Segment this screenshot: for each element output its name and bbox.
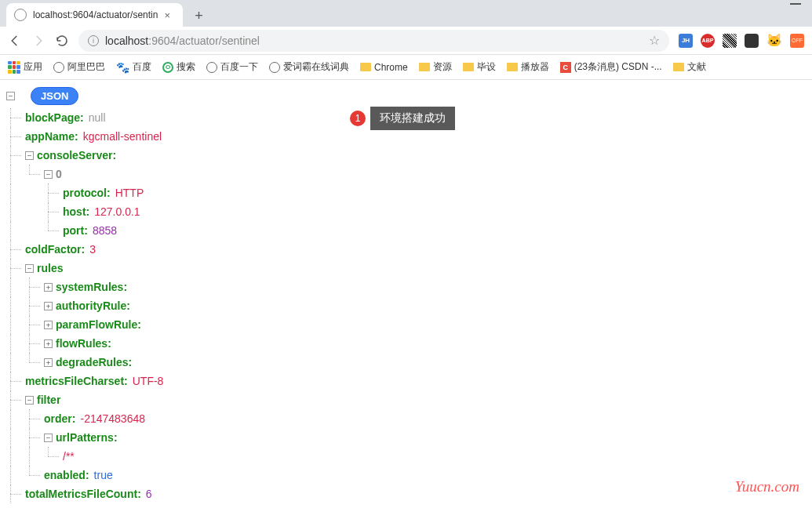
bookmark-apps-label: 应用 xyxy=(24,60,42,74)
extension-qr-icon[interactable] xyxy=(723,34,737,48)
browser-tab[interactable]: localhost:9604/actuator/sentin × xyxy=(6,3,183,27)
tree-toggle[interactable]: + xyxy=(44,358,53,367)
tab-close-icon[interactable]: × xyxy=(164,9,175,20)
tree-toggle[interactable]: − xyxy=(25,151,34,160)
extension-cat-icon[interactable]: 🐱 xyxy=(766,33,782,48)
360-icon: O xyxy=(162,62,173,73)
tree-toggle[interactable]: − xyxy=(44,170,53,179)
tree-row-port[interactable]: port : 8858 xyxy=(6,221,812,240)
address-bar: i localhost:9604/actuator/sentinel ☆ JH … xyxy=(0,27,812,55)
bookmarks-bar: 应用 阿里巴巴 🐾百度 O搜索 百度一下 爱词霸在线词典 Chrome 资源 毕… xyxy=(0,55,812,80)
tree-row-flowrules[interactable]: + flowRules : xyxy=(6,334,812,353)
tree-row-degraderules[interactable]: + degradeRules : xyxy=(6,353,812,372)
globe-icon xyxy=(53,62,64,73)
tree-toggle[interactable]: − xyxy=(44,434,53,442)
tree-toggle[interactable]: + xyxy=(44,321,53,329)
paw-icon: 🐾 xyxy=(116,61,129,74)
bookmark-search[interactable]: O搜索 xyxy=(162,60,195,74)
url-text: localhost:9604/actuator/sentinel xyxy=(105,34,260,47)
bookmark-baidu2[interactable]: 百度一下 xyxy=(206,60,258,74)
tree-toggle[interactable]: + xyxy=(44,283,53,292)
tree-toggle[interactable]: + xyxy=(44,302,53,310)
forward-button[interactable] xyxy=(31,34,46,48)
tree-toggle-root[interactable]: − xyxy=(6,92,15,100)
tree-row-urlpatterns[interactable]: − urlPatterns : xyxy=(6,428,812,447)
globe-icon xyxy=(206,62,217,73)
callout-text: 环境搭建成功 xyxy=(370,107,455,130)
bookmark-alibaba[interactable]: 阿里巴巴 xyxy=(53,60,105,74)
tree-row-enabled[interactable]: enabled : true xyxy=(6,466,812,484)
tree-row-urlpattern0[interactable]: /** xyxy=(6,447,812,466)
tree-row-metricscharset[interactable]: metricsFileCharset : UTF-8 xyxy=(6,372,812,390)
bookmark-player[interactable]: 播放器 xyxy=(507,60,549,74)
watermark: Yuucn.com xyxy=(735,478,799,495)
tree-toggle[interactable]: − xyxy=(25,396,34,405)
window-minimize-icon[interactable] xyxy=(790,3,801,5)
bookmark-literature[interactable]: 文献 xyxy=(673,60,706,74)
tree-row-filter[interactable]: − filter xyxy=(6,390,812,409)
tree-row-totalmetrics[interactable]: totalMetricsFileCount : 6 xyxy=(6,484,812,503)
tree-row-host[interactable]: host : 127.0.0.1 xyxy=(6,202,812,221)
browser-tab-bar: localhost:9604/actuator/sentin × + xyxy=(0,0,812,27)
site-info-icon[interactable]: i xyxy=(88,35,99,46)
back-button[interactable] xyxy=(8,34,22,48)
bookmark-baidu[interactable]: 🐾百度 xyxy=(116,60,151,74)
tree-toggle[interactable]: + xyxy=(44,339,53,348)
new-tab-button[interactable]: + xyxy=(188,5,209,27)
url-port: :9604 xyxy=(148,34,176,47)
tree-row-protocol[interactable]: protocol : HTTP xyxy=(6,183,812,202)
extension-abp-icon[interactable]: ABP xyxy=(701,34,715,48)
bookmark-csdn[interactable]: C(23条消息) CSDN -... xyxy=(560,60,662,74)
csdn-icon: C xyxy=(560,62,571,73)
bookmark-dict[interactable]: 爱词霸在线词典 xyxy=(269,60,349,74)
tree-row-paramflowrule[interactable]: + paramFlowRule : xyxy=(6,315,812,334)
folder-icon xyxy=(419,63,430,71)
folder-icon xyxy=(463,63,474,71)
tree-row-rules[interactable]: − rules xyxy=(6,259,812,278)
extension-bear-icon[interactable] xyxy=(745,34,759,48)
url-input[interactable]: i localhost:9604/actuator/sentinel ☆ xyxy=(78,30,669,52)
url-path: /actuator/sentinel xyxy=(176,34,260,47)
url-host: localhost xyxy=(105,34,148,47)
globe-icon xyxy=(269,62,280,73)
bookmark-apps[interactable]: 应用 xyxy=(8,60,42,74)
extension-icons: JH ABP 🐱 OFF xyxy=(679,33,804,48)
tree-row-order[interactable]: order : -2147483648 xyxy=(6,409,812,428)
extension-jh-icon[interactable]: JH xyxy=(679,34,693,48)
folder-icon xyxy=(507,63,518,71)
tab-title: localhost:9604/actuator/sentin xyxy=(33,9,158,20)
json-tree: blockPage : null appName : kgcmall-senti… xyxy=(6,108,812,503)
json-badge[interactable]: JSON xyxy=(31,87,78,105)
folder-icon xyxy=(673,63,684,71)
tree-row-coldfactor[interactable]: coldFactor : 3 xyxy=(6,240,812,259)
bookmark-resources[interactable]: 资源 xyxy=(419,60,452,74)
annotation-callout: 1 环境搭建成功 xyxy=(350,107,455,130)
apps-grid-icon xyxy=(8,61,20,74)
tree-row-authorityrule[interactable]: + authorityRule : xyxy=(6,296,812,315)
page-content: − JSON blockPage : null appName : kgcmal… xyxy=(0,80,812,508)
extension-off-icon[interactable]: OFF xyxy=(790,34,804,48)
bookmark-star-icon[interactable]: ☆ xyxy=(649,33,660,48)
tree-row-consoleserver[interactable]: − consoleServer : xyxy=(6,146,812,165)
tree-toggle[interactable]: − xyxy=(25,264,34,273)
tree-row-systemrules[interactable]: + systemRules : xyxy=(6,278,812,296)
tab-favicon-globe-icon xyxy=(14,9,27,21)
tree-row-idx0[interactable]: − 0 xyxy=(6,165,812,183)
folder-icon xyxy=(360,63,371,71)
callout-number-icon: 1 xyxy=(350,111,366,126)
reload-button[interactable] xyxy=(55,34,69,48)
bookmark-chrome[interactable]: Chrome xyxy=(360,62,408,73)
bookmark-graduation[interactable]: 毕设 xyxy=(463,60,496,74)
